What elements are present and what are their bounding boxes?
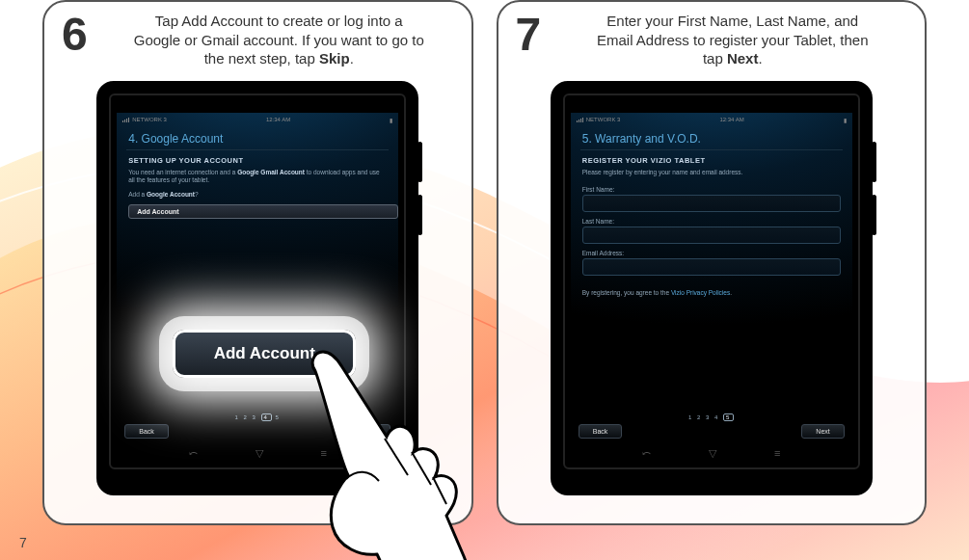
system-nav-bar: ⤺ ▽ ≡ bbox=[117, 442, 398, 464]
step-number-7: 7 bbox=[516, 12, 574, 58]
battery-icon: ▮ bbox=[844, 117, 847, 123]
screen-prompt: Add a Google Account? bbox=[117, 191, 398, 204]
sys-down-icon[interactable]: ▽ bbox=[709, 447, 716, 460]
carrier-label: NETWORK 3 bbox=[132, 117, 167, 122]
email-input[interactable] bbox=[582, 258, 841, 276]
last-name-input[interactable] bbox=[582, 227, 841, 244]
step-card-7: 7 Enter your First Name, Last Name, and … bbox=[497, 0, 928, 525]
screen-title: 5. Warranty and V.O.D. bbox=[571, 126, 852, 147]
pager: 1 2 3 4 5 bbox=[117, 414, 398, 420]
skip-button[interactable]: Skip bbox=[349, 424, 391, 439]
section-heading: SETTING UP YOUR ACCOUNT bbox=[117, 156, 398, 169]
clock-label: 12:34 AM bbox=[719, 117, 743, 122]
screen-paragraph: Please register by entering your name an… bbox=[571, 169, 852, 182]
last-name-label: Last Name: bbox=[571, 214, 852, 227]
step-instruction-6: Tap Add Account to create or log into a … bbox=[133, 12, 454, 68]
sys-down-icon[interactable]: ▽ bbox=[256, 447, 263, 460]
clock-label: 12:34 AM bbox=[266, 117, 290, 122]
screen-paragraph: You need an internet connection and a Go… bbox=[117, 169, 398, 191]
sys-menu-icon[interactable]: ≡ bbox=[774, 447, 780, 459]
tablet-screen-6: NETWORK 3 12:34 AM ▮ 4. Google Account S… bbox=[117, 113, 398, 442]
tablet-device-6: NETWORK 3 12:34 AM ▮ 4. Google Account S… bbox=[96, 81, 418, 495]
back-button[interactable]: Back bbox=[124, 424, 169, 439]
carrier-label: NETWORK 3 bbox=[586, 117, 621, 122]
tablet-device-7: NETWORK 3 12:34 AM ▮ 5. Warranty and V.O… bbox=[551, 81, 873, 495]
system-nav-bar: ⤺ ▽ ≡ bbox=[571, 442, 852, 464]
sys-back-icon[interactable]: ⤺ bbox=[189, 447, 198, 460]
pager: 1 2 3 4 5 bbox=[571, 414, 852, 420]
sys-menu-icon[interactable]: ≡ bbox=[321, 447, 327, 459]
step-instruction-7: Enter your First Name, Last Name, and Em… bbox=[587, 12, 908, 68]
tablet-screen-7: NETWORK 3 12:34 AM ▮ 5. Warranty and V.O… bbox=[571, 113, 852, 442]
first-name-label: First Name: bbox=[571, 182, 852, 195]
privacy-link[interactable]: Vizio Privacy Policies bbox=[671, 289, 730, 296]
sys-back-icon[interactable]: ⤺ bbox=[642, 447, 651, 460]
section-heading: REGISTER YOUR VIZIO TABLET bbox=[571, 156, 852, 169]
email-label: Email Address: bbox=[571, 246, 852, 258]
signal-icon bbox=[122, 118, 129, 122]
back-button[interactable]: Back bbox=[579, 424, 623, 439]
status-bar: NETWORK 3 12:34 AM ▮ bbox=[117, 113, 398, 126]
status-bar: NETWORK 3 12:34 AM ▮ bbox=[571, 113, 852, 126]
next-button[interactable]: Next bbox=[801, 424, 844, 439]
signal-icon bbox=[577, 118, 583, 122]
add-account-button-small[interactable]: Add Account bbox=[128, 204, 398, 219]
step-card-6: 6 Tap Add Account to create or log into … bbox=[42, 0, 473, 525]
consent-text: By registering, you agree to the Vizio P… bbox=[571, 278, 852, 296]
add-account-popup[interactable]: Add Account bbox=[173, 330, 356, 378]
screen-title: 4. Google Account bbox=[117, 126, 398, 147]
battery-icon: ▮ bbox=[390, 117, 392, 123]
step-number-6: 6 bbox=[62, 12, 120, 58]
page-number: 7 bbox=[19, 535, 27, 550]
first-name-input[interactable] bbox=[582, 195, 841, 212]
